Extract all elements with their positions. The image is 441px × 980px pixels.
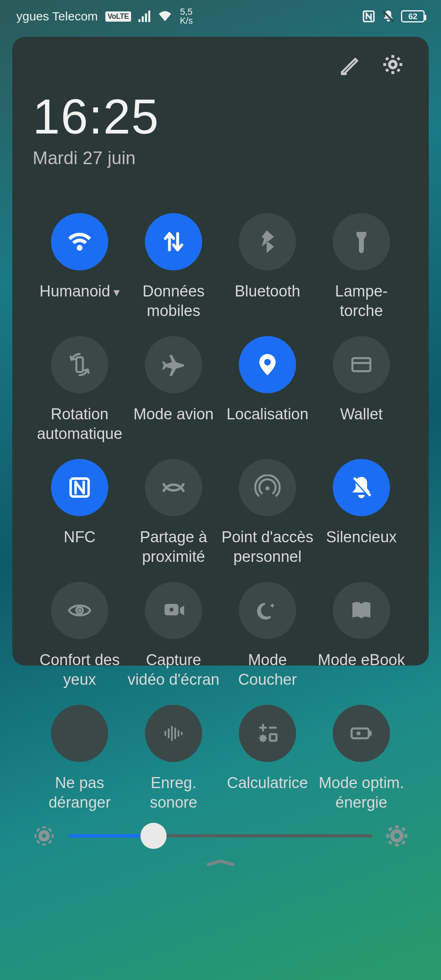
tile-label: Point d'accès personnel [220,528,314,566]
flashlight-icon[interactable] [333,213,390,270]
clock-block: 16:25 Mardi 27 juin [33,88,408,168]
tile-nfc[interactable]: NFC [33,459,127,566]
tile-ebook[interactable]: Mode eBook [314,582,408,689]
svg-rect-20 [174,728,176,739]
eye-icon[interactable] [51,582,108,639]
svg-line-41 [38,841,39,843]
tile-label: Lampe-torche [314,282,408,321]
wifi-icon[interactable] [51,213,108,270]
tile-eyecomfort[interactable]: Confort des yeux [33,582,127,689]
airplane-icon[interactable] [145,336,202,393]
battery-percent: 62 [401,10,425,22]
net-speed-unit: K/s [180,16,193,25]
svg-rect-7 [352,358,370,371]
tile-label: Mode Coucher [220,650,314,689]
tile-label: Wallet [340,405,383,424]
svg-line-40 [49,829,51,831]
slider-thumb[interactable] [140,823,167,849]
wifi-status-icon [158,10,172,22]
brightness-high-icon [385,824,408,847]
tile-airplane[interactable]: Mode avion [127,336,220,443]
ebook-icon[interactable] [333,582,390,639]
status-bar: ygues Telecom VoLTE 5,5 K/s 62 [0,0,441,33]
svg-rect-30 [270,734,276,741]
tile-nearby[interactable]: Partage à proximité [127,459,220,566]
tile-label: Capture vidéo d'écran [127,650,220,689]
svg-rect-5 [76,357,83,372]
signal-icon [138,11,150,22]
screenrec-icon[interactable] [145,582,202,639]
tile-location[interactable]: Localisation [220,336,314,443]
settings-icon[interactable] [381,53,404,76]
time-text: 16:25 [33,88,408,145]
tile-silent[interactable]: Silencieux [314,459,408,566]
net-speed: 5,5 K/s [180,7,193,25]
svg-rect-21 [178,730,179,737]
tile-wallet[interactable]: Wallet [314,336,408,443]
tile-label: Mode eBook [318,650,405,670]
mute-status-icon [381,9,395,23]
svg-rect-17 [165,731,166,736]
brightness-low-icon [33,824,56,847]
net-speed-value: 5,5 [180,7,193,16]
tile-battery[interactable]: Mode optim. énergie [314,705,408,812]
svg-line-49 [403,828,405,830]
data-icon[interactable] [145,213,202,270]
tile-bedtime[interactable]: Mode Coucher [220,582,314,689]
svg-rect-19 [171,726,173,741]
tiles-grid: HumanoidDonnées mobilesBluetoothLampe-to… [33,213,408,812]
panel-header [33,53,408,76]
carrier-text: ygues Telecom [16,9,98,23]
tile-label: Ne pas déranger [33,773,127,812]
rotation-icon[interactable] [51,336,108,393]
svg-rect-32 [370,731,372,736]
tile-data[interactable]: Données mobiles [127,213,220,321]
location-icon[interactable] [239,336,296,393]
tile-wifi[interactable]: Humanoid [33,213,127,321]
battery-icon[interactable] [333,705,390,762]
quick-settings-panel: 16:25 Mardi 27 juin HumanoidDonnées mobi… [12,37,429,666]
tile-hotspot[interactable]: Point d'accès personnel [220,459,314,566]
svg-point-33 [40,832,48,840]
edit-icon[interactable] [338,53,361,76]
svg-rect-18 [168,728,169,738]
svg-line-48 [403,842,405,844]
svg-point-6 [264,359,271,365]
bedtime-icon[interactable] [239,582,296,639]
tile-calc[interactable]: Calculatrice [220,705,314,812]
tile-soundrec[interactable]: Enreg. sonore [127,705,220,812]
svg-line-38 [38,829,39,831]
tile-label: Enreg. sonore [127,773,220,812]
hotspot-icon[interactable] [239,459,296,516]
calc-icon[interactable] [239,705,296,762]
status-right: 62 [362,9,425,23]
wallet-icon[interactable] [333,336,390,393]
tile-label: Rotation automatique [33,405,127,443]
nfc-icon[interactable] [51,459,108,516]
nfc-status-icon [362,9,376,23]
bluetooth-icon[interactable] [239,213,296,270]
drag-handle[interactable] [33,858,408,868]
svg-rect-22 [181,732,183,735]
tile-label: Mode avion [134,405,214,424]
tile-label: Humanoid [40,282,120,301]
brightness-slider[interactable] [69,824,372,848]
svg-line-50 [389,842,391,844]
brightness-row [33,812,408,856]
svg-line-39 [49,841,51,843]
tile-torch[interactable]: Lampe-torche [314,213,408,321]
tile-rotation[interactable]: Rotation automatique [33,336,127,443]
date-text: Mardi 27 juin [33,148,408,168]
tile-label: NFC [64,528,96,547]
svg-point-4 [360,242,363,245]
tile-label: Silencieux [326,528,396,547]
dnd-icon[interactable] [51,705,108,762]
tile-screenrec[interactable]: Capture vidéo d'écran [127,582,220,689]
soundrec-icon[interactable] [145,705,202,762]
silent-icon[interactable] [333,459,390,516]
nearby-icon[interactable] [145,459,202,516]
tile-dnd[interactable]: Ne pas déranger [33,705,127,812]
tile-bluetooth[interactable]: Bluetooth [220,213,314,321]
tile-label: Localisation [227,405,309,424]
tile-label: Mode optim. énergie [314,773,408,812]
